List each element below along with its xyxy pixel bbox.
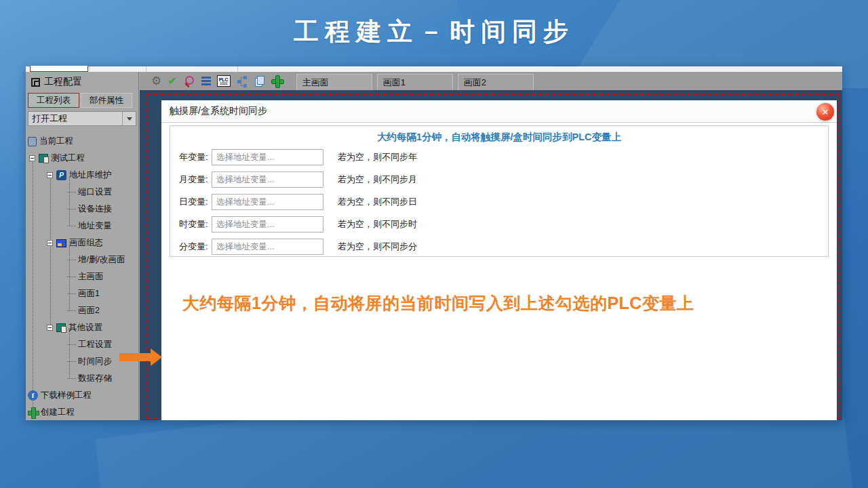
tree-item[interactable]: 地址变量: [26, 218, 139, 235]
field-hint: 若为空，则不同步年: [338, 151, 417, 163]
screen-tabs: 主画面画面1画面2: [296, 72, 534, 90]
form-row: 分变量: 若为空，则不同步分: [170, 235, 828, 258]
page-title: 工程建立－时间同步: [0, 15, 868, 49]
expand-toggle-icon[interactable]: [47, 325, 53, 331]
tree-item[interactable]: P 地址库维护: [26, 167, 139, 184]
tree-item[interactable]: 设备连接: [26, 201, 139, 218]
sidebar-tab[interactable]: 工程列表: [28, 93, 79, 108]
pointer-arrow: [119, 348, 162, 366]
tree-item[interactable]: f 下载样例工程: [26, 387, 139, 404]
computer-icon: [28, 137, 37, 146]
tree-item-label: 创建工程: [41, 407, 75, 418]
address-variable-input[interactable]: [212, 171, 323, 188]
screen-tab[interactable]: 画面2: [458, 74, 534, 90]
project-icon: [39, 154, 48, 163]
tree-item-label: 数据存储: [78, 373, 112, 384]
form-rows: 年变量: 若为空，则不同步年 月变量: 若为空，则不同步月 日变量: 若为空，则…: [170, 146, 828, 258]
add-icon[interactable]: [271, 75, 283, 87]
cutoff-active-tab: [30, 66, 88, 72]
settings-icon: [56, 323, 66, 332]
dropdown-value: 打开工程: [28, 113, 122, 125]
slide: 工程建立－时间同步 工程配置 工程列表部件属性 打开工程: [0, 0, 868, 488]
workspace: 触摸屏/盒系统时间同步 ✕ 大约每隔1分钟，自动将触摸屏/盒时间同步到PLC变量…: [140, 90, 842, 420]
expand-toggle-icon[interactable]: [47, 240, 53, 246]
close-icon[interactable]: ✕: [816, 103, 834, 121]
tree-item-label: 主画面: [78, 271, 104, 283]
dialog-title: 触摸屏/盒系统时间同步: [170, 105, 267, 117]
tree-item-label: 画面1: [78, 288, 100, 300]
tree-item-label: 工程设置: [78, 339, 112, 350]
address-variable-input[interactable]: [212, 216, 323, 232]
form-row: 年变量: 若为空，则不同步年: [170, 146, 828, 168]
sidebar-header: 工程配置: [26, 72, 138, 92]
tree-item-label: 画面2: [78, 305, 100, 317]
field-label: 时变量:: [179, 218, 212, 230]
settings-gear-icon[interactable]: ⚙: [151, 75, 161, 87]
sidebar-tabs: 工程列表部件属性: [26, 92, 138, 108]
tree-item-label: 测试工程: [51, 152, 85, 164]
screen-tab[interactable]: 画面1: [377, 74, 453, 90]
tree-item[interactable]: 增/删/改画面: [26, 251, 139, 268]
check-icon[interactable]: ✔: [167, 76, 176, 87]
dialog-titlebar: 触摸屏/盒系统时间同步 ✕: [161, 100, 837, 123]
screen-tab[interactable]: 主画面: [296, 74, 372, 90]
field-hint: 若为空，则不同步月: [338, 174, 417, 186]
tree-item[interactable]: 创建工程: [26, 404, 139, 421]
field-label: 日变量:: [179, 196, 212, 208]
screen-icon: [56, 239, 66, 247]
field-hint: 若为空，则不同步分: [338, 241, 417, 253]
copy-document-icon[interactable]: [254, 76, 265, 87]
tree-item[interactable]: 画面1: [26, 285, 139, 302]
field-hint: 若为空，则不同步日: [338, 196, 417, 208]
address-variable-input[interactable]: [212, 194, 323, 210]
address-lib-icon: P: [56, 170, 66, 180]
sidebar-header-label: 工程配置: [44, 76, 82, 88]
tree-item[interactable]: 画面组态: [26, 235, 139, 251]
tree-item-label: 其他设置: [68, 322, 102, 333]
tree-item[interactable]: 数据存储: [26, 370, 139, 387]
tree-item[interactable]: 端口设置: [26, 184, 139, 201]
field-label: 月变量:: [179, 174, 212, 186]
cutoff-tabbar: [26, 66, 842, 72]
project-tree: 当前工程 测试工程 P 地址库维护 端口设置 设备连接 地址变量 画面组态 增/…: [26, 133, 139, 421]
panel-note: 大约每隔1分钟，自动将触摸屏/盒时间同步到PLC变量上: [170, 131, 828, 144]
tree-item[interactable]: 测试工程: [26, 150, 139, 167]
tree-item-label: 地址库维护: [69, 169, 112, 181]
sidebar-tab[interactable]: 部件属性: [81, 93, 132, 108]
form-row: 时变量: 若为空，则不同步时: [170, 213, 828, 235]
field-label: 年变量:: [179, 151, 212, 163]
create-project-icon: [28, 407, 38, 418]
time-sync-dialog: 触摸屏/盒系统时间同步 ✕ 大约每隔1分钟，自动将触摸屏/盒时间同步到PLC变量…: [161, 100, 837, 420]
tree-item[interactable]: 主画面: [26, 268, 139, 285]
list-icon[interactable]: [201, 77, 211, 85]
field-hint: 若为空，则不同步时: [338, 218, 417, 230]
tree-item-label: 当前工程: [39, 136, 73, 147]
chevron-down-icon[interactable]: [122, 112, 136, 125]
form-row: 日变量: 若为空，则不同步日: [170, 190, 828, 213]
open-project-dropdown[interactable]: 打开工程: [28, 111, 136, 126]
expand-toggle-icon[interactable]: [29, 155, 35, 161]
tree-item-label: 端口设置: [78, 186, 112, 198]
tree-item-label: 设备连接: [78, 203, 112, 215]
plc-icon[interactable]: PLC 10101: [217, 75, 231, 87]
app-window: 工程配置 工程列表部件属性 打开工程 当前工程 测试工程 P 地址库维: [26, 66, 842, 420]
address-variable-input[interactable]: [212, 149, 323, 165]
project-config-icon: [31, 78, 40, 87]
search-icon[interactable]: [183, 75, 195, 87]
form-row: 月变量: 若为空，则不同步月: [170, 168, 828, 190]
nodes-icon[interactable]: [237, 76, 248, 87]
sidebar: 工程配置 工程列表部件属性 打开工程 当前工程 测试工程 P 地址库维: [26, 72, 139, 420]
tree-item-label: 画面组态: [69, 237, 103, 249]
tree-item[interactable]: 画面2: [26, 302, 139, 319]
tree-item-label: 下载样例工程: [41, 390, 92, 401]
tree-item[interactable]: 其他设置: [26, 319, 139, 336]
tree-item-label: 增/删/改画面: [78, 254, 125, 266]
toolbar: ⚙ ✔ PLC 10101 主画面画面1画面2: [140, 72, 842, 90]
tree-item-label: 时间同步: [78, 356, 112, 367]
field-label: 分变量:: [179, 241, 212, 253]
address-variable-input[interactable]: [212, 239, 323, 255]
annotation-text: 大约每隔1分钟，自动将屏的当前时间写入到上述勾选的PLC变量上: [182, 292, 694, 314]
tree-item[interactable]: 当前工程: [26, 133, 139, 150]
expand-toggle-icon[interactable]: [47, 172, 53, 178]
tree-item-label: 地址变量: [78, 220, 112, 232]
